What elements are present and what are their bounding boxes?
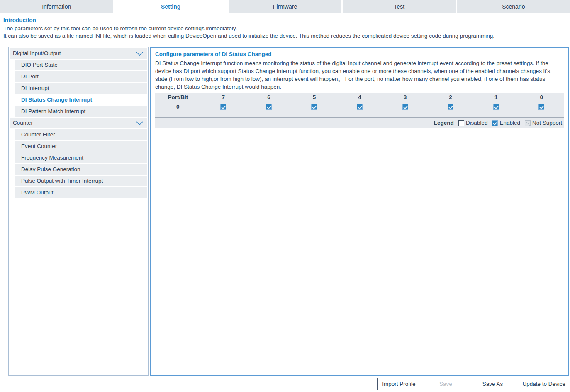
introduction-section: Introduction The parameters set by this … (3, 17, 568, 40)
bit-checkbox-3[interactable] (402, 104, 408, 110)
legend-items: DisabledEnabledNot Support (458, 120, 562, 126)
introduction-line2: It can also be saved as a file named INI… (3, 32, 568, 40)
sidebar-item-pulse-output-with-timer-interrupt[interactable]: Pulse Output with Timer Interrupt (15, 176, 147, 186)
legend-disabled-checkbox-icon (458, 120, 464, 126)
sidebar-item-di-pattern-match-interrupt[interactable]: DI Pattern Match Interrupt (15, 106, 147, 117)
di-table-header-bit-5: 5 (292, 93, 337, 102)
bit-checkbox-2[interactable] (448, 104, 453, 110)
legend: Legend DisabledEnabledNot Support (155, 117, 564, 128)
bit-checkbox-4[interactable] (357, 104, 363, 110)
di-table-header-bit-4: 4 (337, 93, 382, 102)
bit-checkbox-0[interactable] (538, 104, 544, 110)
bit-cell (428, 102, 473, 112)
sidebar-item-frequency-measurement[interactable]: Frequency Measurement (15, 152, 147, 163)
di-channel-table: Port/Bit76543210 0 (155, 93, 564, 117)
bit-checkbox-7[interactable] (220, 104, 226, 110)
legend-enabled-checkbox-icon (492, 120, 498, 126)
di-table-header-bit-0: 0 (519, 93, 564, 102)
di-table-header-bit-6: 6 (246, 93, 292, 102)
bit-checkbox-6[interactable] (266, 104, 272, 110)
legend-item-label: Not Support (532, 120, 562, 126)
di-table-header-portbit: Port/Bit (155, 93, 201, 102)
bit-checkbox-1[interactable] (493, 104, 499, 110)
bit-cell (292, 102, 337, 112)
tab-setting[interactable]: Setting (114, 0, 227, 13)
sidebar-item-di-interrupt[interactable]: DI Interrupt (15, 83, 147, 94)
tab-scenario[interactable]: Scenario (457, 0, 570, 13)
introduction-line1: The parameters set by this tool can be u… (3, 25, 568, 32)
sidebar-item-di-status-change-interrupt[interactable]: DI Status Change Interrupt (15, 94, 147, 105)
sidebar-item-pwm-output[interactable]: PWM Output (15, 187, 147, 198)
sidebar-item-counter-filter[interactable]: Counter Filter (15, 129, 147, 140)
save-button[interactable]: Save (424, 378, 467, 390)
config-panel-title: Configure parameters of DI Status Change… (155, 51, 564, 57)
legend-item-not-support: Not Support (525, 120, 562, 126)
bit-cell (382, 102, 428, 112)
tab-information[interactable]: Information (0, 0, 113, 13)
bit-cell (473, 102, 519, 112)
bit-checkbox-5[interactable] (311, 104, 317, 110)
legend-item-disabled: Disabled (458, 120, 488, 126)
sidebar-group-counter[interactable]: Counter (10, 118, 147, 128)
chevron-down-icon (136, 121, 143, 125)
tab-test[interactable]: Test (343, 0, 456, 13)
footer-button-bar: Import ProfileSaveSave AsUpdate to Devic… (0, 378, 570, 390)
tab-bar: InformationSettingFirmwareTestScenario (0, 0, 570, 13)
legend-item-label: Enabled (499, 120, 520, 126)
sidebar-item-di-port[interactable]: DI Port (15, 71, 147, 82)
introduction-title: Introduction (3, 17, 568, 23)
di-table-header-bit-7: 7 (201, 93, 246, 102)
sidebar-item-delay-pulse-generation[interactable]: Delay Pulse Generation (15, 164, 147, 175)
bit-cell (201, 102, 246, 112)
bit-cell (337, 102, 382, 112)
di-table-header-bit-1: 1 (473, 93, 519, 102)
di-table-header: Port/Bit76543210 (155, 93, 564, 102)
sidebar-item-dio-port-state[interactable]: DIO Port State (15, 60, 147, 70)
di-table-header-bit-3: 3 (382, 93, 428, 102)
sidebar-item-event-counter[interactable]: Event Counter (15, 141, 147, 152)
legend-title: Legend (434, 120, 454, 126)
legend-item-enabled: Enabled (492, 120, 520, 126)
config-panel: Configure parameters of DI Status Change… (150, 47, 569, 376)
bit-cell (519, 102, 564, 112)
di-table-header-bit-2: 2 (428, 93, 473, 102)
sidebar-group-digital-input-output[interactable]: Digital Input/Output (10, 48, 147, 59)
left-rule (2, 15, 2, 376)
di-table-rows: 0 (155, 102, 564, 112)
legend-item-label: Disabled (466, 120, 488, 126)
tab-firmware[interactable]: Firmware (229, 0, 341, 13)
settings-tree: Digital Input/OutputDIO Port StateDI Por… (8, 47, 149, 376)
legend-not-support-checkbox-icon (525, 120, 531, 126)
save-as-button[interactable]: Save As (471, 378, 514, 390)
chevron-down-icon (136, 52, 143, 56)
update-to-device-button[interactable]: Update to Device (518, 378, 570, 390)
bit-cell (246, 102, 292, 112)
port-label: 0 (155, 102, 201, 112)
di-table-row-port-0: 0 (155, 102, 564, 112)
import-profile-button[interactable]: Import Profile (377, 378, 420, 390)
config-panel-description: DI Status Change Interrupt function mean… (155, 59, 556, 91)
